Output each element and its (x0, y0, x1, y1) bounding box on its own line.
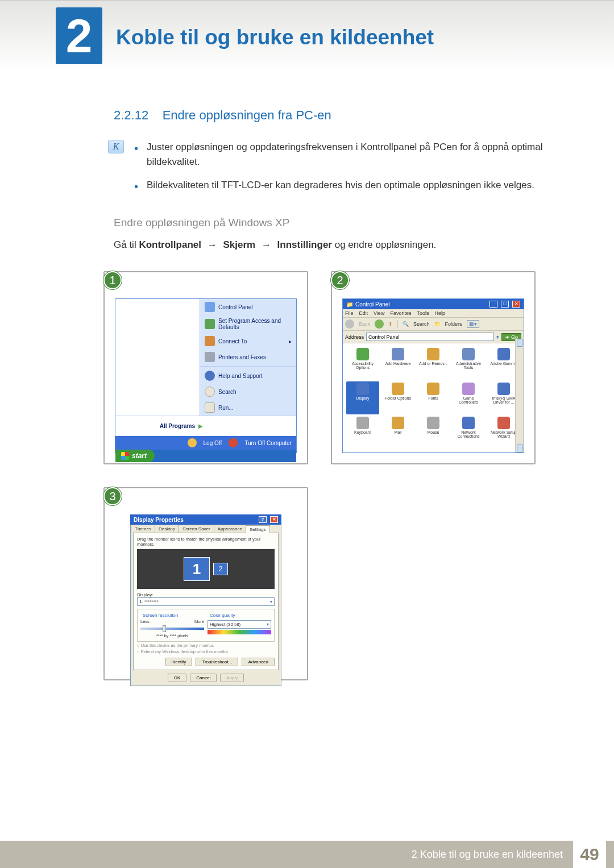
dropdown-icon[interactable]: ▾ (496, 334, 499, 340)
tab-settings[interactable]: Settings (246, 525, 270, 533)
tab-themes[interactable]: Themes (131, 525, 155, 533)
label: Set Program Access and Defaults (218, 318, 292, 330)
address-bar: Address ▾ ➔ Go (343, 331, 524, 343)
power-icon (229, 438, 238, 447)
address-input[interactable] (366, 333, 494, 341)
start-item-program-access[interactable]: Set Program Access and Defaults (200, 315, 296, 333)
menu-file[interactable]: File (345, 310, 354, 316)
slider-thumb[interactable] (163, 625, 166, 632)
dropdown-icon: ▾ (270, 599, 272, 604)
menu-favorites[interactable]: Favorites (390, 310, 411, 316)
cp-item-icon (497, 348, 510, 360)
start-item-search[interactable]: Search (200, 384, 296, 400)
logoff-row: Log Off Turn Off Computer (115, 436, 296, 450)
page-footer: 2 Koble til og bruke en kildeenhet 49 (0, 841, 614, 868)
hint-text: Drag the monitor icons to match the phys… (137, 537, 275, 547)
start-button[interactable]: start (115, 450, 155, 462)
tab-desktop[interactable]: Desktop (155, 525, 179, 533)
menu-view[interactable]: View (374, 310, 384, 316)
cp-item-display[interactable]: Display (346, 381, 379, 415)
cp-item-folder-options[interactable]: Folder Options (381, 381, 414, 415)
menu-edit[interactable]: Edit (359, 310, 368, 316)
cp-item-mouse[interactable]: Mouse (417, 416, 450, 449)
tab-appearance[interactable]: Appearance (214, 525, 246, 533)
cp-item-label: Display (356, 396, 370, 400)
menu-help[interactable]: Help (434, 310, 445, 316)
cp-item-icon (497, 417, 510, 429)
close-button[interactable]: ✕ (270, 516, 278, 523)
menu-tools[interactable]: Tools (417, 310, 429, 316)
ok-button[interactable]: OK (168, 674, 187, 682)
monitor-1-icon[interactable]: 1 (184, 557, 210, 581)
troubleshoot-button[interactable]: Troubleshoot... (196, 658, 238, 666)
label: Control Panel (218, 304, 253, 310)
views-icon[interactable]: ▦▾ (467, 320, 479, 328)
run-icon (205, 402, 215, 413)
start-item-control-panel[interactable]: Control Panel (200, 299, 296, 315)
cp-item-keyboard[interactable]: Keyboard (346, 416, 379, 449)
cp-item-administrative-tools[interactable]: Administrative Tools (452, 347, 485, 380)
section-title: Endre oppløsningen fra PC-en (163, 108, 331, 122)
printers-icon (205, 352, 215, 362)
chevron-right-icon: ▸ (289, 338, 292, 344)
back-icon[interactable] (345, 319, 354, 329)
cp-item-accessibility-options[interactable]: Accessibility Options (346, 347, 379, 380)
dialog-body: Themes Desktop Screen Saver Appearance S… (130, 525, 281, 686)
dialog-titlebar: Display Properties ? ✕ (130, 514, 281, 525)
close-button[interactable]: ✕ (512, 301, 520, 308)
log-off-button[interactable]: Log Off (204, 440, 222, 446)
advanced-button[interactable]: Advanced (242, 658, 275, 666)
cp-item-game-controllers[interactable]: Game Controllers (452, 381, 485, 415)
cp-item-network-connections[interactable]: Network Connections (452, 416, 485, 449)
up-icon[interactable]: ⬆ (388, 321, 393, 327)
cp-item-fonts[interactable]: Fonts (417, 381, 450, 415)
cp-item-add-or-remov-[interactable]: Add or Remov... (417, 347, 450, 380)
extend-desktop-checkbox[interactable]: ○ Extend my Windows desktop onto this mo… (137, 649, 275, 654)
cp-item-label: Accessibility Options (347, 362, 378, 369)
search-icon[interactable]: 🔍 (403, 321, 409, 327)
start-item-printers[interactable]: Printers and Faxes (200, 349, 296, 365)
step-badge: 1 (103, 271, 122, 289)
arrow-icon: → (262, 239, 271, 250)
note-block: K Juster oppløsningen og oppdateringsfre… (108, 140, 563, 201)
slider-less-label: Less (140, 619, 150, 624)
monitor-2-icon[interactable]: 2 (213, 563, 228, 575)
minimize-button[interactable]: _ (489, 301, 497, 308)
cp-item-label: Mail (395, 430, 402, 434)
folders-label: Folders (445, 321, 462, 327)
apply-button[interactable]: Apply (220, 674, 244, 682)
start-item-run[interactable]: Run... (200, 400, 296, 416)
start-item-help[interactable]: Help and Support (200, 368, 296, 384)
identify-button[interactable]: Identify (165, 658, 193, 666)
primary-monitor-checkbox[interactable]: ○ Use this device as the primary monitor… (137, 643, 275, 648)
tab-screensaver[interactable]: Screen Saver (179, 525, 214, 533)
instruction-line: Gå til Kontrollpanel → Skjerm → Innstill… (114, 239, 563, 251)
cp-item-label: Keyboard (354, 430, 371, 434)
monitor-arrangement[interactable]: 1 2 (137, 549, 275, 589)
resolution-slider[interactable] (140, 628, 204, 630)
maximize-button[interactable]: ☐ (501, 301, 509, 308)
screenshot-row: 1 Control Panel Set Program Access and D… (103, 271, 563, 464)
note-icon: K (108, 140, 124, 153)
all-programs-label: All Programs (160, 423, 195, 429)
forward-icon[interactable] (375, 319, 384, 329)
display-properties-dialog: Display Properties ? ✕ Themes Desktop Sc… (130, 514, 281, 669)
color-quality-select[interactable]: Highest (32 bit) ▾ (208, 620, 271, 629)
scrollbar[interactable] (515, 339, 524, 452)
start-item-connect-to[interactable]: Connect To▸ (200, 333, 296, 349)
help-button[interactable]: ? (259, 516, 267, 523)
display-select[interactable]: 1. ******** ▾ (137, 597, 275, 606)
cp-item-label: Fonts (428, 396, 438, 400)
cp-item-add-hardware[interactable]: Add Hardware (381, 347, 414, 380)
dialog-title: Display Properties (134, 517, 184, 523)
path-control-panel: Kontrollpanel (139, 239, 201, 250)
turn-off-button[interactable]: Turn Off Computer (244, 440, 292, 446)
cp-item-mail[interactable]: Mail (381, 416, 414, 449)
cancel-button[interactable]: Cancel (190, 674, 217, 682)
cp-item-label: Network Connections (453, 430, 484, 438)
step-badge: 2 (331, 271, 349, 289)
chapter-title: Koble til og bruke en kildeenhet (116, 26, 434, 49)
all-programs-row[interactable]: All Programs ▶ (115, 416, 296, 436)
folders-icon[interactable]: 📁 (434, 321, 441, 327)
start-menu-right-column: Control Panel Set Program Access and Def… (200, 299, 296, 416)
